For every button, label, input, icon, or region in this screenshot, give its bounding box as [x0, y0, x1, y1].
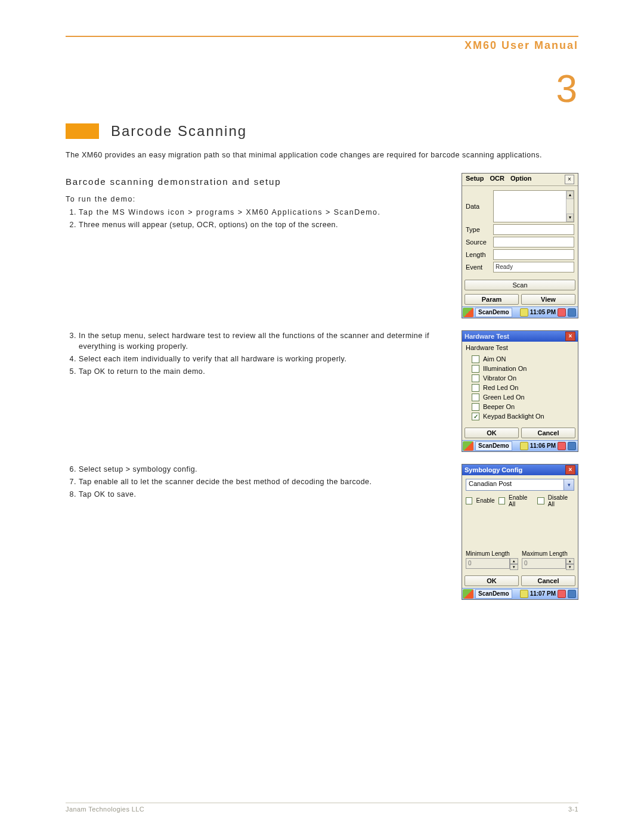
- field-label-type: Type: [466, 226, 490, 233]
- sym-title: Symbology Config: [465, 466, 522, 473]
- field-label-source: Source: [466, 239, 490, 246]
- checkbox-icon[interactable]: [472, 374, 479, 382]
- tray-icon[interactable]: [568, 590, 576, 598]
- cancel-button[interactable]: Cancel: [521, 575, 575, 586]
- taskbar: ScanDemo 11:05 PM: [462, 306, 578, 318]
- start-icon[interactable]: [463, 441, 473, 451]
- tray-icon[interactable]: [558, 590, 566, 598]
- hw-check-item[interactable]: Illumination On: [472, 365, 574, 373]
- checkbox-icon[interactable]: [472, 355, 479, 363]
- field-label-event: Event: [466, 264, 490, 271]
- step-item: Tap the MS Windows icon > programs > XM6…: [79, 207, 451, 218]
- tray-icon[interactable]: [520, 442, 528, 450]
- enable-all-label: Enable All: [509, 494, 534, 507]
- hw-check-label: Red Led On: [483, 384, 518, 391]
- length-input[interactable]: [493, 249, 574, 260]
- start-icon[interactable]: [463, 308, 473, 317]
- disable-all-label: Disable All: [548, 494, 574, 507]
- ok-button[interactable]: OK: [465, 428, 519, 438]
- menu-option[interactable]: Option: [510, 175, 531, 184]
- sym-titlebar: Symbology Config ×: [462, 465, 578, 475]
- taskbar-time: 11:05 PM: [530, 309, 556, 315]
- hw-check-label: Illumination On: [483, 365, 527, 372]
- step-item: In the setup menu, select hardware test …: [79, 330, 451, 352]
- taskbar-time: 11:06 PM: [530, 442, 556, 449]
- min-length-value: 0: [466, 558, 510, 569]
- data-textbox[interactable]: ▴ ▾: [493, 190, 574, 222]
- min-length-label: Minimum Length: [466, 550, 510, 557]
- hw-check-label: Beeper On: [483, 403, 515, 410]
- hw-check-item[interactable]: Keypad Backlight On: [472, 413, 574, 420]
- page-footer: Janam Technologies LLC 3-1: [66, 803, 578, 813]
- close-icon[interactable]: ×: [565, 175, 574, 184]
- taskbar-app[interactable]: ScanDemo: [475, 441, 512, 451]
- hw-check-label: Green Led On: [483, 394, 525, 401]
- chapter-title: Barcode Scanning: [111, 123, 247, 140]
- taskbar-app[interactable]: ScanDemo: [475, 589, 512, 599]
- checkbox-icon[interactable]: [472, 384, 479, 392]
- tray-icon[interactable]: [520, 590, 528, 598]
- scroll-down-icon[interactable]: ▾: [566, 213, 574, 222]
- footer-page-number: 3-1: [568, 806, 578, 813]
- hardware-test-window: Hardware Test × Hardware Test Aim ONIllu…: [462, 330, 578, 452]
- cancel-button[interactable]: Cancel: [521, 428, 575, 438]
- field-label-length: Length: [466, 251, 490, 258]
- hw-check-item[interactable]: Green Led On: [472, 394, 574, 401]
- close-icon[interactable]: ×: [565, 332, 575, 341]
- symbology-combo[interactable]: Canadian Post ▾: [466, 479, 574, 491]
- tray-icon[interactable]: [568, 442, 576, 450]
- scan-button[interactable]: Scan: [465, 280, 575, 290]
- source-input[interactable]: [493, 237, 574, 247]
- symbology-combo-value: Canadian Post: [466, 479, 564, 490]
- chevron-down-icon[interactable]: ▾: [564, 479, 574, 490]
- enable-checkbox[interactable]: [466, 497, 472, 504]
- chapter-number: 3: [66, 70, 578, 108]
- start-icon[interactable]: [463, 589, 473, 599]
- step-item: Tap enable all to let the scanner decide…: [79, 476, 451, 487]
- scandemo-menubar: Setup OCR Option ×: [462, 174, 578, 186]
- checkbox-icon[interactable]: [472, 365, 479, 373]
- menu-setup[interactable]: Setup: [466, 175, 484, 184]
- disable-all-checkbox[interactable]: [537, 497, 544, 504]
- hw-check-label: Aim ON: [483, 355, 506, 363]
- close-icon[interactable]: ×: [565, 465, 575, 475]
- step-item: Three menus will appear (setup, OCR, opt…: [79, 219, 451, 230]
- ok-button[interactable]: OK: [465, 575, 519, 586]
- event-input[interactable]: Ready: [493, 262, 574, 272]
- spin-up-icon[interactable]: ▴: [510, 558, 518, 564]
- spin-down-icon[interactable]: ▾: [510, 564, 518, 570]
- scroll-up-icon[interactable]: ▴: [566, 191, 574, 199]
- hw-check-item[interactable]: Red Led On: [472, 384, 574, 392]
- spin-up-icon[interactable]: ▴: [566, 558, 574, 564]
- chapter-accent-block: [66, 123, 99, 139]
- enable-all-checkbox[interactable]: [499, 497, 505, 504]
- taskbar-app[interactable]: ScanDemo: [475, 308, 512, 317]
- hw-check-item[interactable]: Vibrator On: [472, 374, 574, 382]
- tray-icon[interactable]: [520, 308, 528, 317]
- scrollbar[interactable]: ▴ ▾: [566, 191, 574, 222]
- param-button[interactable]: Param: [465, 294, 519, 305]
- chapter-intro: The XM60 provides an easy migration path…: [66, 150, 578, 161]
- header-rule: [66, 36, 578, 37]
- hw-check-item[interactable]: Beeper On: [472, 403, 574, 411]
- menu-ocr[interactable]: OCR: [490, 175, 504, 184]
- tray-icon[interactable]: [558, 442, 566, 450]
- scandemo-window: Setup OCR Option × Data ▴ ▾: [462, 173, 578, 318]
- taskbar: ScanDemo 11:06 PM: [462, 440, 578, 451]
- hw-check-label: Vibrator On: [483, 374, 516, 382]
- type-input[interactable]: [493, 224, 574, 235]
- checkbox-icon[interactable]: [472, 413, 479, 420]
- step-item: Tap OK to return to the main demo.: [79, 366, 451, 377]
- checkbox-icon[interactable]: [472, 394, 479, 401]
- chapter-heading-row: Barcode Scanning: [66, 123, 578, 140]
- tray-icon[interactable]: [568, 308, 576, 317]
- checkbox-icon[interactable]: [472, 403, 479, 411]
- taskbar: ScanDemo 11:07 PM: [462, 588, 578, 599]
- max-length-value: 0: [522, 558, 566, 569]
- hw-check-item[interactable]: Aim ON: [472, 355, 574, 363]
- min-length-spinner[interactable]: 0 ▴▾: [466, 558, 518, 570]
- spin-down-icon[interactable]: ▾: [566, 564, 574, 570]
- max-length-spinner[interactable]: 0 ▴▾: [522, 558, 574, 570]
- view-button[interactable]: View: [521, 294, 575, 305]
- tray-icon[interactable]: [558, 308, 566, 317]
